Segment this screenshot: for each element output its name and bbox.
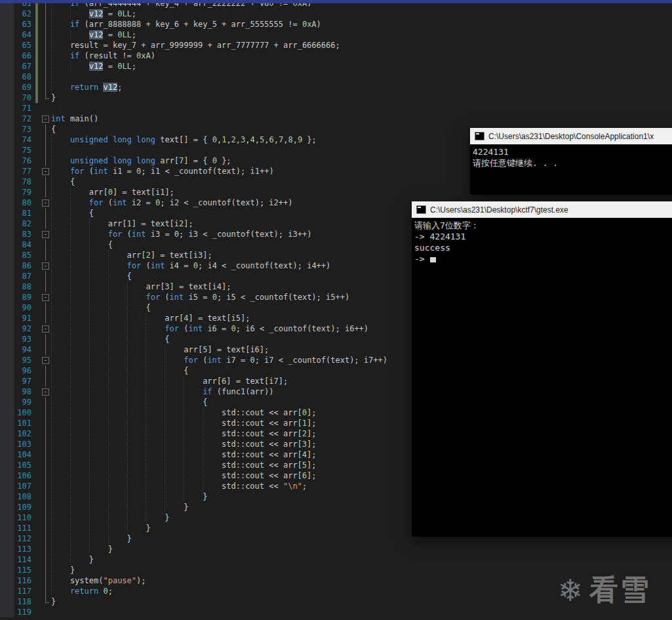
breakpoint-margin[interactable] [0, 460, 14, 470]
console-title-bar[interactable]: C:\Users\as231\Desktop\kctf7\gtest.exe [412, 201, 672, 218]
line-number[interactable]: 87 [14, 271, 34, 281]
console-window[interactable]: C:\Users\as231\Desktop\ConsoleApplicatio… [470, 128, 672, 195]
console-body[interactable]: 请输入7位数字：-> 4224131success-> [412, 218, 672, 537]
code-line[interactable]: 69return v12; [0, 82, 672, 93]
line-number[interactable]: 103 [14, 439, 34, 449]
breakpoint-margin[interactable] [0, 229, 14, 239]
breakpoint-margin[interactable] [0, 575, 14, 586]
breakpoint-margin[interactable] [0, 313, 14, 323]
fold-margin[interactable]: - [41, 260, 51, 271]
code-line[interactable]: 62v12 = 0LL; [0, 9, 672, 19]
line-number[interactable]: 86 [14, 260, 34, 271]
breakpoint-margin[interactable] [0, 554, 14, 565]
fold-margin[interactable]: - [41, 166, 51, 176]
breakpoint-margin[interactable] [0, 166, 14, 176]
line-number[interactable]: 114 [14, 554, 34, 565]
breakpoint-margin[interactable] [0, 187, 14, 197]
line-number[interactable]: 102 [14, 428, 34, 439]
line-number[interactable]: 72 [14, 114, 34, 124]
breakpoint-margin[interactable] [0, 386, 14, 397]
line-number[interactable]: 96 [14, 365, 34, 376]
line-number[interactable]: 73 [14, 124, 34, 134]
line-number[interactable]: 119 [14, 607, 34, 617]
line-number[interactable]: 89 [14, 292, 34, 302]
line-number[interactable]: 85 [14, 250, 34, 260]
breakpoint-margin[interactable] [0, 512, 14, 523]
line-number[interactable]: 84 [14, 239, 34, 250]
code-line[interactable]: 64v12 = 0LL; [0, 30, 672, 40]
breakpoint-margin[interactable] [0, 82, 14, 93]
collapse-box-icon[interactable]: - [42, 388, 49, 396]
line-number[interactable]: 94 [14, 344, 34, 355]
breakpoint-margin[interactable] [0, 502, 14, 512]
collapse-box-icon[interactable]: - [42, 199, 49, 207]
line-number[interactable]: 83 [14, 229, 34, 239]
breakpoint-margin[interactable] [0, 397, 14, 407]
breakpoint-margin[interactable] [0, 61, 14, 72]
breakpoint-margin[interactable] [0, 218, 14, 229]
code-line[interactable]: 71 [0, 103, 672, 114]
breakpoint-margin[interactable] [0, 607, 14, 617]
fold-margin[interactable]: - [41, 292, 51, 302]
breakpoint-margin[interactable] [0, 544, 14, 554]
line-number[interactable]: 77 [14, 166, 34, 176]
line-number[interactable]: 100 [14, 407, 34, 418]
fold-margin[interactable]: - [41, 323, 51, 334]
fold-margin[interactable]: - [41, 355, 51, 365]
code-line[interactable]: 70} [0, 93, 672, 103]
line-number[interactable]: 67 [14, 61, 34, 72]
line-number[interactable]: 116 [14, 575, 34, 586]
collapse-box-icon[interactable]: - [42, 168, 49, 175]
breakpoint-margin[interactable] [0, 114, 14, 124]
breakpoint-margin[interactable] [0, 260, 14, 271]
breakpoint-margin[interactable] [0, 365, 14, 376]
breakpoint-margin[interactable] [0, 208, 14, 218]
breakpoint-margin[interactable] [0, 523, 14, 533]
code-line[interactable]: 65result = key_7 + arr_9999999 + arr_777… [0, 40, 672, 51]
code-line[interactable]: 67v12 = 0LL; [0, 61, 672, 72]
breakpoint-margin[interactable] [0, 302, 14, 313]
breakpoint-margin[interactable] [0, 334, 14, 344]
fold-margin[interactable]: - [41, 386, 51, 397]
breakpoint-margin[interactable] [0, 145, 14, 155]
breakpoint-margin[interactable] [0, 19, 14, 30]
line-number[interactable]: 111 [14, 523, 34, 533]
line-number[interactable]: 68 [14, 72, 34, 82]
breakpoint-margin[interactable] [0, 533, 14, 544]
collapse-box-icon[interactable]: - [42, 115, 49, 123]
breakpoint-margin[interactable] [0, 103, 14, 114]
breakpoint-margin[interactable] [0, 51, 14, 61]
line-number[interactable]: 110 [14, 512, 34, 523]
line-number[interactable]: 74 [14, 134, 34, 145]
line-number[interactable]: 95 [14, 355, 34, 365]
breakpoint-margin[interactable] [0, 40, 14, 51]
breakpoint-margin[interactable] [0, 449, 14, 460]
line-number[interactable]: 82 [14, 218, 34, 229]
line-number[interactable]: 97 [14, 376, 34, 386]
code-line[interactable]: 113} [0, 544, 672, 554]
breakpoint-margin[interactable] [0, 281, 14, 292]
line-number[interactable]: 117 [14, 586, 34, 596]
breakpoint-margin[interactable] [0, 134, 14, 145]
breakpoint-margin[interactable] [0, 271, 14, 281]
line-number[interactable]: 64 [14, 30, 34, 40]
collapse-box-icon[interactable]: - [42, 357, 49, 364]
breakpoint-margin[interactable] [0, 355, 14, 365]
line-number[interactable]: 88 [14, 281, 34, 292]
breakpoint-margin[interactable] [0, 239, 14, 250]
line-number[interactable]: 75 [14, 145, 34, 155]
line-number[interactable]: 70 [14, 93, 34, 103]
breakpoint-margin[interactable] [0, 155, 14, 166]
breakpoint-margin[interactable] [0, 124, 14, 134]
line-number[interactable]: 105 [14, 460, 34, 470]
code-line[interactable]: 114} [0, 554, 672, 565]
line-number[interactable]: 81 [14, 208, 34, 218]
line-number[interactable]: 99 [14, 397, 34, 407]
console-body[interactable]: 4224131请按任意键继续. . . [470, 144, 672, 195]
line-number[interactable]: 92 [14, 323, 34, 334]
breakpoint-margin[interactable] [0, 439, 14, 449]
code-line[interactable]: 68 [0, 72, 672, 82]
breakpoint-margin[interactable] [0, 344, 14, 355]
line-number[interactable]: 118 [14, 596, 34, 607]
line-number[interactable]: 93 [14, 334, 34, 344]
